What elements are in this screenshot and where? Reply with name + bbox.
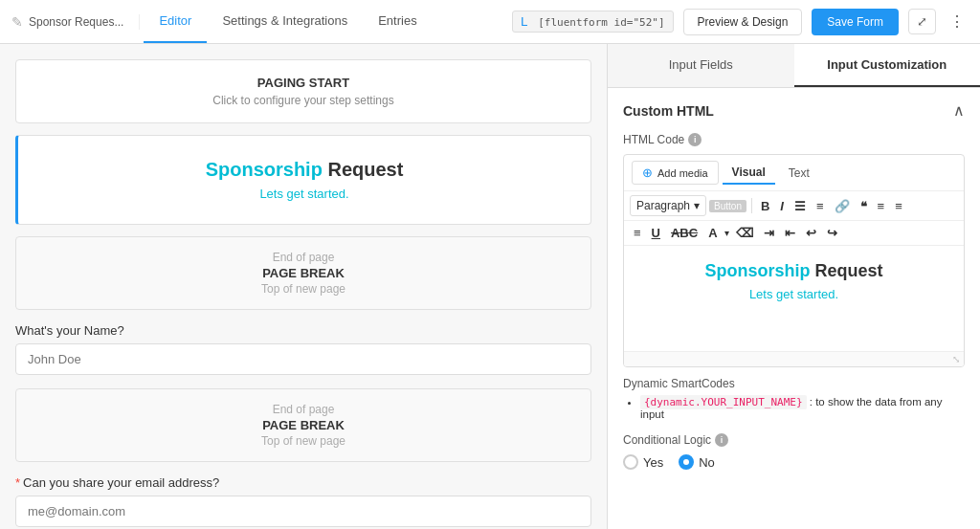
more-options-button[interactable]: ⋮ [946,9,969,34]
toolbar-divider-1 [751,198,752,213]
preview-design-button[interactable]: Preview & Design [683,9,803,35]
text-tab-button[interactable]: Text [779,163,819,184]
smartcodes-section: Dynamic SmartCodes {dynamic.YOUR_INPUT_N… [623,377,965,420]
page-break-1-end-label: End of page [30,251,577,264]
link-button[interactable]: 🔗 [831,198,854,214]
wysiwyg-subtitle: Lets get started. [639,287,948,301]
wysiwyg-resize-handle[interactable]: ⤡ [624,351,964,366]
nav-tabs: Editor Settings & Integrations Entries [144,0,432,43]
page-break-2[interactable]: End of page PAGE BREAK Top of new page [15,388,591,462]
section-title: Custom HTML [623,103,714,119]
unordered-list-button[interactable]: ☰ [791,198,810,214]
save-form-button[interactable]: Save Form [812,9,899,35]
right-panel-content: Custom HTML ∧ HTML Code i ⊕ Add media Vi… [608,88,980,529]
html-code-info-icon: i [688,133,702,146]
paragraph-select[interactable]: Paragraph ▾ [630,195,706,216]
html-title-word2: Request [323,159,403,180]
code-badge[interactable]: L [fluentform id="52"] [512,11,674,33]
undo-button[interactable]: ↩ [802,225,820,241]
ordered-list-button[interactable]: ≡ [813,198,828,214]
conditional-info-icon: i [715,433,728,447]
radio-no[interactable]: No [679,454,715,470]
toolbar-row-1: Paragraph ▾ Button B I ☰ ≡ 🔗 ❝ ≡ ≡ [624,191,964,221]
html-block-title: Sponsorship Request [37,159,571,181]
wysiwyg-title-word1: Sponsorship [704,261,810,280]
chevron-down-icon: ▾ [694,199,700,212]
page-break-1[interactable]: End of page PAGE BREAK Top of new page [15,236,591,310]
expand-button[interactable]: ⤢ [908,9,936,34]
tab-entries[interactable]: Entries [363,0,432,43]
brand-label: Sponsor Reques... [29,15,123,29]
paging-start-block[interactable]: PAGING START Click to configure your ste… [15,59,591,123]
tab-editor[interactable]: Editor [144,0,207,43]
paging-start-subtitle: Click to configure your step settings [32,94,575,107]
radio-no-circle [679,454,694,470]
nav-brand: ✎ Sponsor Reques... [11,14,140,30]
add-media-button[interactable]: ⊕ Add media [632,161,719,185]
page-break-1-top-label: Top of new page [30,282,577,296]
eraser-button[interactable]: ⌫ [732,225,757,241]
strikethrough-button[interactable]: ABC [667,225,702,241]
radio-yes-label: Yes [643,455,663,470]
color-indicator: ▾ [724,228,729,238]
text-color-button[interactable]: A [704,225,721,241]
code-badge-icon: L [521,14,528,29]
name-field-group: What's your Name? [15,323,591,375]
wysiwyg-title-word2: Request [810,261,882,280]
smartcodes-code: {dynamic.YOUR_INPUT_NAME} [640,395,807,409]
html-title-word1: Sponsorship [206,159,323,180]
right-panel: Input Fields Input Customization Custom … [607,44,980,529]
conditional-logic-label: Conditional Logic i [623,433,965,447]
main-layout: PAGING START Click to configure your ste… [0,44,980,529]
italic-button[interactable]: I [776,198,788,214]
editor-panel: PAGING START Click to configure your ste… [0,44,607,529]
smartcodes-item: {dynamic.YOUR_INPUT_NAME} : to show the … [640,396,965,420]
radio-yes[interactable]: Yes [623,454,663,470]
required-indicator: * [15,475,20,490]
add-media-icon: ⊕ [642,165,653,180]
toolbar-row-2: ≡ U ABC A ▾ ⌫ ⇥ ⇤ ↩ ↪ [624,221,964,246]
wysiwyg-title: Sponsorship Request [639,261,948,281]
align-right-button[interactable]: ≡ [891,198,906,214]
tab-settings[interactable]: Settings & Integrations [207,0,363,43]
tab-input-customization[interactable]: Input Customization [794,44,981,87]
email-field-label: *Can you share your email address? [15,475,591,490]
html-code-label: HTML Code i [623,133,965,146]
paging-start-title: PAGING START [32,76,575,90]
align-justify-button[interactable]: ≡ [630,225,645,241]
smartcodes-label: Dynamic SmartCodes [623,377,965,390]
name-field-input[interactable] [15,343,591,375]
conditional-logic-section: Conditional Logic i Yes No [623,433,965,470]
resize-icon: ⤡ [952,354,960,364]
tab-input-fields[interactable]: Input Fields [608,44,794,87]
email-field-group: *Can you share your email address? [15,475,591,527]
name-field-label: What's your Name? [15,323,591,338]
email-field-input[interactable] [15,496,591,527]
toolbar-top-row: ⊕ Add media Visual Text [624,155,964,191]
button-label-btn[interactable]: Button [709,200,746,212]
section-collapse-button[interactable]: ∧ [953,101,965,120]
nav-right: L [fluentform id="52"] Preview & Design … [512,9,969,35]
radio-yes-circle [623,454,638,470]
page-break-2-title: PAGE BREAK [30,418,577,432]
bold-button[interactable]: B [757,198,773,214]
redo-button[interactable]: ↪ [823,225,841,241]
underline-button[interactable]: U [648,225,664,241]
align-left-button[interactable]: ≡ [874,198,889,214]
html-block-subtitle: Lets get started. [37,187,571,201]
conditional-radio-group: Yes No [623,454,965,470]
blockquote-button[interactable]: ❝ [857,198,871,214]
right-panel-tabs: Input Fields Input Customization [608,44,980,88]
indent-button[interactable]: ⇥ [760,225,778,241]
section-header: Custom HTML ∧ [623,101,965,120]
page-break-2-end-label: End of page [30,403,577,416]
html-content-block[interactable]: Sponsorship Request Lets get started. [15,135,591,225]
radio-no-label: No [699,455,715,470]
page-break-1-title: PAGE BREAK [30,266,577,280]
top-nav: ✎ Sponsor Reques... Editor Settings & In… [0,0,980,44]
outdent-button[interactable]: ⇤ [781,225,799,241]
visual-tab-button[interactable]: Visual [723,162,775,185]
brand-icon: ✎ [11,14,23,30]
wysiwyg-content-area[interactable]: Sponsorship Request Lets get started. [624,246,964,351]
smartcodes-list: {dynamic.YOUR_INPUT_NAME} : to show the … [623,396,965,420]
